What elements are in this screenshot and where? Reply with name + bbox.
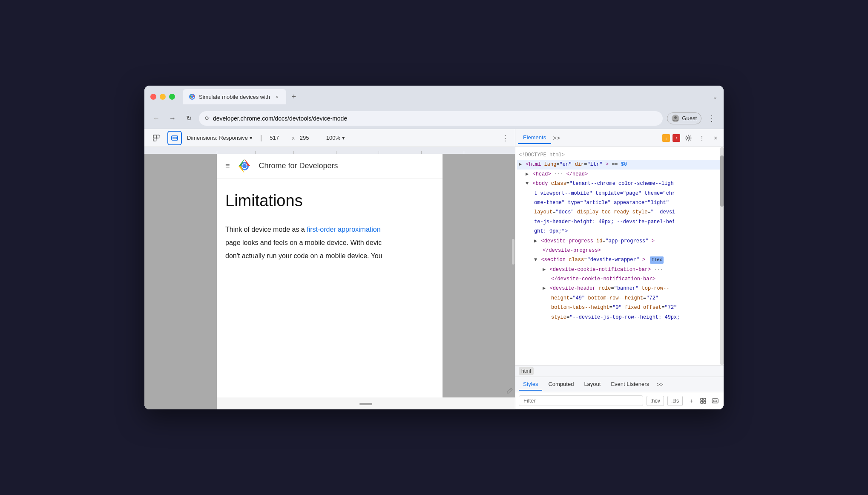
svg-rect-23 (704, 401, 706, 403)
breadcrumb-html[interactable]: html (519, 367, 534, 375)
cookie-bar-line[interactable]: ▶ <devsite-cookie-notification-bar> ··· (517, 265, 722, 274)
device-mode-toggle[interactable] (167, 131, 182, 145)
maximize-button[interactable] (169, 94, 175, 100)
header-line-3: bottom-tabs--height="0" fixed offset="72… (517, 303, 722, 312)
tab-close-button[interactable]: × (273, 93, 280, 100)
svg-rect-24 (712, 399, 718, 403)
filter-input[interactable] (519, 395, 643, 406)
browser-more-button[interactable]: ⋮ (706, 112, 718, 124)
profile-button[interactable]: Guest (667, 112, 701, 124)
edit-button[interactable] (506, 387, 513, 396)
forward-button[interactable]: → (167, 112, 178, 124)
content-area: Dimensions: Responsive ▾ | 517 x 295 100… (144, 129, 724, 409)
flex-badge: flex (650, 256, 664, 264)
devsite-progress-close: </devsite-progress> (517, 246, 722, 255)
traffic-lights (150, 94, 175, 100)
device-toolbar-more[interactable]: ⋮ (501, 133, 509, 143)
svg-rect-21 (704, 398, 706, 400)
svg-text:!: ! (666, 137, 667, 140)
header-line-1[interactable]: ▶ <devsite-header role="banner" top-row-… (517, 284, 722, 293)
tab-favicon (189, 93, 195, 100)
page-viewport: ≡ Chrome for Developers (144, 154, 515, 409)
svg-rect-5 (156, 135, 159, 138)
page-paragraph-2: page looks and feels on a mobile device.… (225, 237, 434, 248)
html-tree[interactable]: <!DOCTYPE html> ▶ <html lang="en" dir="l… (515, 147, 724, 365)
browser-window: Simulate mobile devices with × + ⌄ ← → ↻… (144, 86, 724, 409)
header-line-4: style="--devsite-js-top-row--height: 49p… (517, 313, 722, 322)
svg-rect-13 (359, 403, 372, 404)
profile-icon (672, 115, 679, 122)
resize-handle[interactable] (359, 400, 372, 407)
device-toolbar: Dimensions: Responsive ▾ | 517 x 295 100… (144, 129, 515, 147)
svg-rect-8 (173, 137, 176, 139)
svg-rect-6 (153, 138, 156, 141)
body-line-2: t viewport--mobile" template="page" them… (517, 189, 722, 198)
inspect-element-icon[interactable] (150, 132, 162, 144)
html-tree-wrapper: <!DOCTYPE html> ▶ <html lang="en" dir="l… (515, 147, 724, 365)
url-bar[interactable]: ⟳ developer.chrome.com/docs/devtools/dev… (199, 111, 663, 126)
event-listeners-tab[interactable]: Event Listeners (606, 378, 653, 391)
devtools-scrollbar-thumb[interactable] (720, 155, 724, 207)
zoom-dropdown[interactable]: 100% ▾ (326, 135, 345, 141)
page-inner: ≡ Chrome for Developers (217, 154, 443, 409)
body-line-1[interactable]: ▼ <body class="tenant--chrome color-sche… (517, 179, 722, 188)
back-button[interactable]: ← (150, 112, 162, 124)
head-line[interactable]: ▶ <head> ··· </head> (517, 170, 722, 179)
devtools-settings-button[interactable] (683, 132, 694, 144)
devtools-close-button[interactable]: × (710, 132, 721, 144)
svg-point-12 (242, 164, 247, 168)
tab-strip-chevron[interactable]: ⌄ (713, 93, 718, 100)
styles-tab[interactable]: Styles (519, 378, 542, 391)
page-scrollbar[interactable] (512, 239, 515, 397)
site-title: Chrome for Developers (259, 161, 338, 170)
section-line[interactable]: ▼ <section class="devsite-wrapper" > fle… (517, 255, 722, 265)
height-input[interactable]: 295 (300, 135, 317, 141)
page-paragraph-1: Think of device mode as a first-order ap… (225, 224, 434, 235)
x-separator: x (292, 135, 295, 141)
page-scrollbar-thumb[interactable] (512, 239, 514, 265)
paragraph-text-1: Think of device mode as a (225, 226, 307, 233)
svg-rect-22 (701, 401, 703, 403)
address-bar: ← → ↻ ⟳ developer.chrome.com/docs/devtoo… (144, 108, 724, 129)
svg-rect-4 (153, 135, 156, 138)
hov-button[interactable]: :hov (647, 396, 664, 406)
styles-icon-2[interactable] (710, 396, 720, 406)
add-style-button[interactable]: + (686, 396, 696, 406)
ruler (144, 147, 515, 154)
dimensions-dropdown[interactable]: Dimensions: Responsive ▾ (187, 135, 253, 141)
active-tab[interactable]: Simulate mobile devices with × (183, 89, 286, 104)
tab-title: Simulate mobile devices with (199, 94, 270, 100)
dimensions-arrow: ▾ (250, 135, 253, 141)
minimize-button[interactable] (160, 94, 166, 100)
width-input[interactable]: 517 (270, 135, 287, 141)
elements-tab[interactable]: Elements (518, 132, 551, 144)
site-header: ≡ Chrome for Developers (217, 154, 443, 178)
cls-button[interactable]: .cls (667, 396, 683, 406)
svg-rect-7 (172, 136, 178, 140)
svg-line-15 (510, 389, 512, 390)
devtools-scrollbar[interactable] (720, 147, 724, 365)
devtools-more-button[interactable]: ⋮ (696, 132, 707, 144)
refresh-button[interactable]: ↻ (183, 112, 195, 124)
url-text: developer.chrome.com/docs/devtools/devic… (213, 115, 657, 122)
profile-label: Guest (682, 115, 697, 121)
styles-icon-1[interactable] (698, 396, 708, 406)
hamburger-menu[interactable]: ≡ (225, 161, 230, 170)
new-tab-button[interactable]: + (288, 91, 300, 103)
html-element-line[interactable]: ▶ <html lang="en" dir="ltr" > == $0 (517, 160, 722, 169)
close-button[interactable] (150, 94, 156, 100)
zoom-label: 100% (326, 135, 340, 141)
first-order-link[interactable]: first-order approximation (307, 226, 380, 233)
page-text-area: Limitations Think of device mode as a fi… (217, 178, 443, 274)
doctype-line: <!DOCTYPE html> (517, 150, 722, 160)
svg-rect-20 (701, 398, 703, 400)
bottom-tabs-bar: Styles Computed Layout Event Listeners >… (515, 377, 724, 392)
bottom-tabs-more[interactable]: >> (657, 381, 663, 388)
devtools-tab-more[interactable]: >> (553, 135, 560, 141)
header-line-2: height="49" bottom-row--height="72" (517, 294, 722, 303)
chrome-logo (237, 158, 252, 174)
tab-area: Simulate mobile devices with × + (183, 89, 708, 104)
devsite-progress-line[interactable]: ▶ <devsite-progress id="app-progress" > (517, 236, 722, 246)
layout-tab[interactable]: Layout (580, 378, 605, 391)
computed-tab[interactable]: Computed (544, 378, 578, 391)
